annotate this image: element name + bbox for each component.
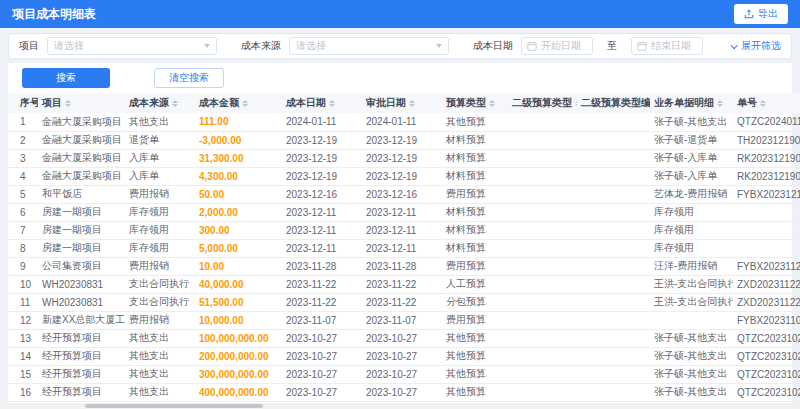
table-row[interactable]: 3金融大厦采购项目入库单31,300.002023-12-192023-12-1… <box>8 149 800 167</box>
column-header-9[interactable]: 业务单据明细 <box>650 93 733 113</box>
table-row[interactable]: 9公司集资项目费用报销10.002023-11-282023-11-28费用预算… <box>8 257 800 275</box>
column-label: 审批日期 <box>366 97 406 108</box>
start-date-input[interactable]: 开始日期 <box>521 37 593 55</box>
table-cell: 退货单 <box>125 131 195 149</box>
cost-table: 序号项目成本来源成本金额成本日期审批日期预算类型二级预算类型二级预算类型编码业务… <box>8 93 800 409</box>
table-cell: QTZC20231027002 <box>733 347 800 365</box>
table-cell: 2023-12-19 <box>282 149 362 167</box>
table-row[interactable]: 6房建一期项目库存领用2,000.002023-12-112023-12-11材… <box>8 203 800 221</box>
table-cell: 入库单 <box>125 149 195 167</box>
column-header-10[interactable]: 单号 <box>733 93 800 113</box>
table-cell <box>508 257 577 275</box>
table-cell: 9 <box>8 257 38 275</box>
table-cell: WH20230831 <box>38 275 125 293</box>
table-row[interactable]: 14经开预算项目其他支出200,000,000.002023-10-272023… <box>8 347 800 365</box>
table-cell: ZXD20231122001 <box>733 293 800 311</box>
sort-icon[interactable] <box>172 100 178 107</box>
project-select[interactable]: 请选择 <box>47 37 217 55</box>
column-header-1[interactable]: 项目 <box>38 93 125 113</box>
table-row[interactable]: 8房建一期项目库存领用5,000.002023-12-112023-12-11材… <box>8 239 800 257</box>
table-cell: 其他预算 <box>442 329 508 347</box>
table-cell <box>508 221 577 239</box>
table-cell: 200,000,000.00 <box>195 347 282 365</box>
column-header-7[interactable]: 二级预算类型 <box>508 93 577 113</box>
table-cell <box>577 149 650 167</box>
table-cell: 金融大厦采购项目 <box>38 113 125 131</box>
export-button[interactable]: 导出 <box>734 4 788 24</box>
column-header-8[interactable]: 二级预算类型编码 <box>577 93 650 113</box>
column-header-4[interactable]: 成本日期 <box>282 93 362 113</box>
chevron-down-icon <box>436 44 442 48</box>
end-date-input[interactable]: 结束日期 <box>631 37 703 55</box>
table-cell: QTZC20231027002 <box>733 329 800 347</box>
table-cell: 111.00 <box>195 113 282 131</box>
table-cell: 张子硕-其他支出 <box>650 365 733 383</box>
table-row[interactable]: 15经开预算项目其他支出300,000,000.002023-10-272023… <box>8 365 800 383</box>
table-cell: 5,000.00 <box>195 239 282 257</box>
column-header-0[interactable]: 序号 <box>8 93 38 113</box>
table-cell: 新建XX总部大厦工程二期 <box>38 311 125 329</box>
table-cell: 库存领用 <box>650 221 733 239</box>
table-cell: 2,000.00 <box>195 203 282 221</box>
sort-icon[interactable] <box>242 100 248 107</box>
table-cell: 经开预算项目 <box>38 383 125 401</box>
column-header-2[interactable]: 成本来源 <box>125 93 195 113</box>
table-row[interactable]: 5和平饭店费用报销50.002023-12-162023-12-16费用预算艺体… <box>8 185 800 203</box>
table-cell <box>508 203 577 221</box>
column-label: 序号 <box>20 97 38 108</box>
cost-date-label: 成本日期 <box>473 39 513 53</box>
table-cell: 2023-10-27 <box>282 347 362 365</box>
sort-icon[interactable] <box>489 100 495 107</box>
table-cell <box>577 383 650 401</box>
horizontal-scrollbar-thumb[interactable] <box>85 404 263 408</box>
table-cell: 10,000.00 <box>195 311 282 329</box>
table-cell: QTZC20231027002 <box>733 365 800 383</box>
cost-source-select[interactable]: 请选择 <box>289 37 449 55</box>
table-row[interactable]: 1金融大厦采购项目其他支出111.002024-01-112024-01-11其… <box>8 113 800 131</box>
column-header-5[interactable]: 审批日期 <box>362 93 442 113</box>
table-cell: 2023-10-27 <box>282 329 362 347</box>
table-cell: 分包预算 <box>442 293 508 311</box>
table-cell: 公司集资项目 <box>38 257 125 275</box>
table-cell: 其他支出 <box>125 383 195 401</box>
table-cell: 2023-11-22 <box>362 293 442 311</box>
cost-date-filter-group: 成本日期 开始日期 至 结束日期 <box>473 37 703 55</box>
table-header-row: 序号项目成本来源成本金额成本日期审批日期预算类型二级预算类型二级预算类型编码业务… <box>8 93 800 113</box>
sort-icon[interactable] <box>760 100 766 107</box>
clear-search-button[interactable]: 清空搜索 <box>154 68 224 88</box>
sort-icon[interactable] <box>717 100 723 107</box>
table-row[interactable]: 7房建一期项目库存领用300.002023-12-112023-12-11材料预… <box>8 221 800 239</box>
table-cell: 2023-11-28 <box>362 257 442 275</box>
sort-icon[interactable] <box>65 100 71 107</box>
table-row[interactable]: 10WH20230831支出合同执行40,000.002023-11-22202… <box>8 275 800 293</box>
chevron-down-icon <box>731 42 738 49</box>
table-cell <box>508 239 577 257</box>
table-cell: 材料预算 <box>442 221 508 239</box>
table-cell: 材料预算 <box>442 167 508 185</box>
column-label: 成本日期 <box>286 97 326 108</box>
column-label: 二级预算类型 <box>512 97 572 108</box>
table-cell: 2023-10-27 <box>282 365 362 383</box>
table-row[interactable]: 16经开预算项目其他支出400,000,000.002023-10-272023… <box>8 383 800 401</box>
table-cell: 2023-11-07 <box>362 311 442 329</box>
expand-filter-link[interactable]: 展开筛选 <box>731 39 781 53</box>
horizontal-scrollbar-track[interactable] <box>0 403 800 409</box>
table-cell: 400,000,000.00 <box>195 383 282 401</box>
table-cell: 2 <box>8 131 38 149</box>
sort-icon[interactable] <box>575 100 577 107</box>
table-row[interactable]: 13经开预算项目其他支出100,000,000.002023-10-272023… <box>8 329 800 347</box>
table-row[interactable]: 11WH20230831支出合同执行51,500.002023-11-22202… <box>8 293 800 311</box>
table-cell: 1 <box>8 113 38 131</box>
table-row[interactable]: 2金融大厦采购项目退货单-3,000.002023-12-192023-12-1… <box>8 131 800 149</box>
column-header-6[interactable]: 预算类型 <box>442 93 508 113</box>
project-filter-group: 项目 请选择 <box>19 37 217 55</box>
table-cell <box>508 185 577 203</box>
search-button[interactable]: 搜索 <box>22 68 110 88</box>
table-cell: 支出合同执行 <box>125 275 195 293</box>
table-row[interactable]: 4金融大厦采购项目入库单4,300.002023-12-192023-12-19… <box>8 167 800 185</box>
sort-icon[interactable] <box>329 100 335 107</box>
sort-icon[interactable] <box>409 100 415 107</box>
column-header-3[interactable]: 成本金额 <box>195 93 282 113</box>
table-cell: 金融大厦采购项目 <box>38 167 125 185</box>
table-row[interactable]: 12新建XX总部大厦工程二期费用报销10,000.002023-11-07202… <box>8 311 800 329</box>
